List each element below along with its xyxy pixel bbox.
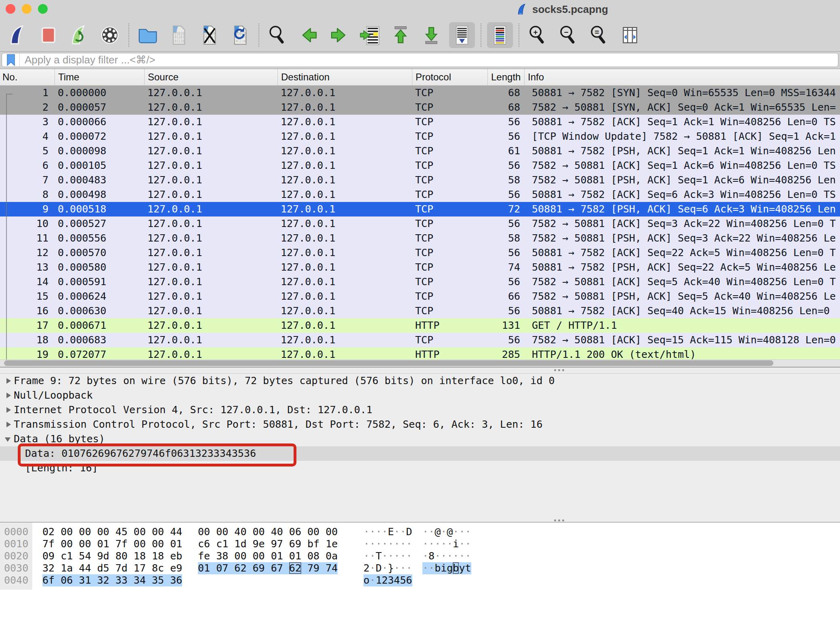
- ascii-char[interactable]: 5: [400, 574, 406, 586]
- hex-byte[interactable]: 36: [170, 574, 182, 586]
- ascii-char[interactable]: 1: [376, 574, 382, 586]
- ascii-char[interactable]: ·: [441, 538, 447, 550]
- hex-byte[interactable]: 45: [116, 526, 128, 538]
- ascii-char[interactable]: ·: [394, 538, 400, 550]
- auto-scroll-button[interactable]: [449, 22, 475, 48]
- hex-byte[interactable]: 54: [79, 550, 91, 562]
- ascii-char[interactable]: ·: [406, 562, 412, 574]
- ascii-char[interactable]: ·: [428, 562, 435, 574]
- hex-byte[interactable]: 35: [152, 574, 164, 586]
- packet-row[interactable]: 10.000000127.0.0.1127.0.0.1TCP6850881 → …: [0, 86, 840, 100]
- hex-byte[interactable]: 17: [134, 562, 146, 574]
- column-header-no[interactable]: No.: [0, 69, 55, 85]
- ascii-char[interactable]: ·: [406, 538, 412, 550]
- packet-row[interactable]: 150.000624127.0.0.1127.0.0.1TCP667582 → …: [0, 289, 840, 304]
- ascii-char[interactable]: ·: [441, 526, 447, 538]
- hex-byte[interactable]: 00: [198, 526, 210, 538]
- hex-byte[interactable]: 7f: [42, 538, 55, 550]
- hex-byte[interactable]: 40: [234, 526, 246, 538]
- ascii-char[interactable]: ·: [388, 538, 394, 550]
- packet-row[interactable]: 180.000683127.0.0.1127.0.0.1TCP567582 → …: [0, 333, 840, 347]
- ascii-char[interactable]: ·: [370, 526, 376, 538]
- hex-byte[interactable]: 62: [234, 562, 246, 574]
- ascii-char[interactable]: ·: [363, 538, 370, 550]
- ascii-char[interactable]: ·: [435, 538, 441, 550]
- ascii-char[interactable]: @: [435, 526, 441, 538]
- stop-capture-button[interactable]: [36, 22, 61, 48]
- ascii-char[interactable]: ·: [388, 550, 394, 562]
- packet-row[interactable]: 20.000057127.0.0.1127.0.0.1TCP687582 → 5…: [0, 100, 840, 115]
- close-file-button[interactable]: 010100110101110: [196, 22, 222, 48]
- ascii-char[interactable]: ·: [394, 550, 400, 562]
- ascii-char[interactable]: ·: [370, 562, 376, 574]
- ascii-char[interactable]: 2: [382, 574, 388, 586]
- detail-row[interactable]: Transmission Control Protocol, Src Port:…: [0, 417, 840, 432]
- ascii-char[interactable]: ·: [382, 526, 388, 538]
- zoom-out-button[interactable]: −: [556, 22, 582, 48]
- pane-splitter-top[interactable]: [0, 367, 840, 374]
- ascii-char[interactable]: ·: [428, 526, 435, 538]
- ascii-char[interactable]: ·: [422, 562, 428, 574]
- ascii-char[interactable]: ·: [382, 562, 388, 574]
- zoom-original-button[interactable]: =: [586, 22, 612, 48]
- ascii-char[interactable]: 8: [428, 550, 435, 562]
- ascii-char[interactable]: D: [376, 562, 382, 574]
- ascii-char[interactable]: 4: [394, 574, 400, 586]
- hex-byte[interactable]: 00: [152, 526, 164, 538]
- ascii-char[interactable]: ·: [422, 538, 428, 550]
- hex-byte[interactable]: 31: [79, 574, 91, 586]
- ascii-char[interactable]: ·: [400, 562, 406, 574]
- column-header-time[interactable]: Time: [55, 69, 144, 85]
- ascii-char[interactable]: ·: [370, 538, 376, 550]
- title-bar[interactable]: socks5.pcapng: [0, 0, 840, 19]
- hex-byte[interactable]: 1e: [326, 538, 338, 550]
- ascii-char[interactable]: ·: [382, 538, 388, 550]
- hex-byte[interactable]: 01: [289, 550, 301, 562]
- ascii-char[interactable]: ·: [441, 550, 447, 562]
- packet-row[interactable]: 40.000072127.0.0.1127.0.0.1TCP56[TCP Win…: [0, 129, 840, 144]
- ascii-char[interactable]: ·: [459, 526, 465, 538]
- zoom-in-button[interactable]: +: [525, 22, 551, 48]
- ascii-char[interactable]: ·: [453, 526, 459, 538]
- packet-row[interactable]: 160.000630127.0.0.1127.0.0.1TCP5650881 →…: [0, 304, 840, 318]
- start-capture-button[interactable]: [5, 22, 31, 48]
- ascii-char[interactable]: o: [363, 574, 370, 586]
- go-to-packet-button[interactable]: [357, 22, 383, 48]
- splitter-grip-top[interactable]: [554, 369, 565, 372]
- column-header-protocol[interactable]: Protocol: [412, 69, 487, 85]
- packet-row[interactable]: 60.000105127.0.0.1127.0.0.1TCP567582 → 5…: [0, 158, 840, 173]
- hex-byte[interactable]: 38: [216, 550, 228, 562]
- hex-byte[interactable]: 33: [116, 574, 128, 586]
- go-back-button[interactable]: [296, 22, 321, 48]
- open-file-button[interactable]: [135, 22, 161, 48]
- ascii-char[interactable]: i: [441, 562, 447, 574]
- hex-byte[interactable]: 18: [134, 550, 146, 562]
- ascii-char[interactable]: ·: [465, 550, 471, 562]
- ascii-char[interactable]: g: [447, 562, 453, 574]
- hex-byte[interactable]: 02: [42, 526, 55, 538]
- hex-byte[interactable]: 06: [289, 526, 301, 538]
- ascii-char[interactable]: t: [465, 562, 471, 574]
- packet-row[interactable]: 50.000098127.0.0.1127.0.0.1TCP6150881 → …: [0, 144, 840, 158]
- hex-byte[interactable]: 07: [216, 562, 228, 574]
- ascii-char[interactable]: ·: [422, 550, 428, 562]
- hex-byte[interactable]: 69: [253, 562, 265, 574]
- ascii-char[interactable]: ·: [453, 550, 459, 562]
- hex-byte[interactable]: eb: [170, 550, 182, 562]
- hex-byte[interactable]: 32: [42, 562, 55, 574]
- ascii-char[interactable]: ·: [382, 550, 388, 562]
- hex-byte[interactable]: 1d: [234, 538, 246, 550]
- column-header-destination[interactable]: Destination: [277, 69, 412, 85]
- hex-byte[interactable]: 9e: [253, 538, 265, 550]
- save-file-button[interactable]: 010100110101110: [166, 22, 191, 48]
- ascii-char[interactable]: ·: [465, 526, 471, 538]
- ascii-char[interactable]: b: [453, 562, 459, 574]
- reload-file-button[interactable]: 010100110101110: [227, 22, 253, 48]
- capture-options-button[interactable]: [97, 22, 123, 48]
- expand-chevron-icon[interactable]: [6, 393, 11, 398]
- hex-row[interactable]: 00107f 00 00 01 7f 00 00 01c6 c1 1d 9e 9…: [0, 538, 840, 550]
- hex-byte[interactable]: 69: [289, 538, 301, 550]
- hex-byte[interactable]: 08: [307, 550, 319, 562]
- ascii-char[interactable]: 2: [363, 562, 370, 574]
- display-filter-input[interactable]: [20, 54, 838, 66]
